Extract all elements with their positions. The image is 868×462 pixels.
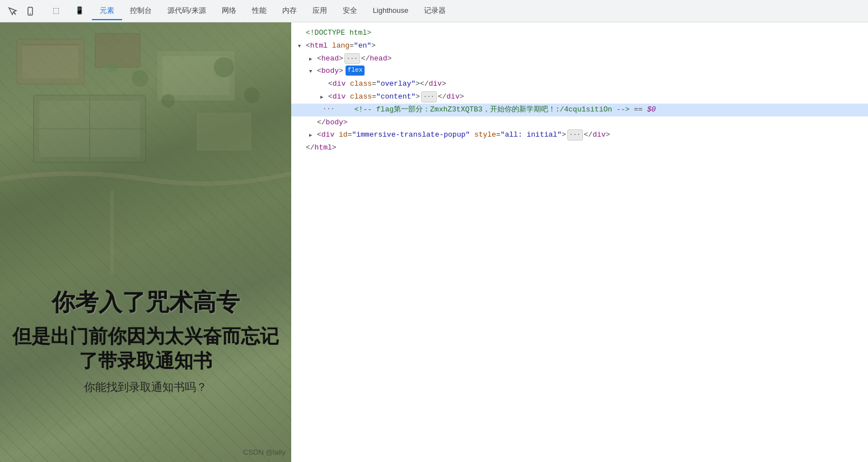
html-open-line[interactable]: <html lang="en" > <box>291 40 868 53</box>
equals-sign: == <box>629 104 647 116</box>
immersive-expand-arrow[interactable] <box>309 129 317 141</box>
svg-point-16 <box>106 62 118 73</box>
inspect-icon-btn[interactable] <box>4 3 20 19</box>
content-ellipsis[interactable]: ··· <box>421 91 437 102</box>
doctype-text: <!DOCTYPE html> <box>306 27 371 39</box>
head-ellipsis[interactable]: ··· <box>344 53 360 64</box>
tab-lighthouse[interactable]: Lighthouse <box>365 3 417 19</box>
svg-point-17 <box>214 57 234 77</box>
tab-security[interactable]: 安全 <box>335 2 365 20</box>
head-line[interactable]: <head> ··· </head> <box>291 53 868 66</box>
tab-performance[interactable]: 性能 <box>244 2 274 20</box>
comment-content: <!-- flag第一部分：ZmxhZ3tXQTB3，开始你的新学期吧！:/4c… <box>337 104 630 116</box>
devtools-icon-group <box>4 3 38 19</box>
div-content-line[interactable]: <div class="content" > ··· </div> <box>291 91 868 104</box>
page-preview: 你考入了咒术高专 但是出门前你因为太兴奋而忘记了带录取通知书 你能找到录取通知书… <box>0 22 291 462</box>
devtools-top-bar: ⬚📱元素控制台源代码/来源网络性能内存应用安全Lighthouse记录器 <box>0 0 868 22</box>
svg-point-18 <box>244 87 260 103</box>
body-expand-arrow[interactable] <box>309 66 317 77</box>
main-area: 你考入了咒术高专 但是出门前你因为太兴奋而忘记了带录取通知书 你能找到录取通知书… <box>0 22 868 462</box>
dollar-sign: $0 <box>647 104 656 116</box>
buildings-svg <box>0 22 291 274</box>
inspect-icon <box>7 6 17 16</box>
svg-point-14 <box>132 70 148 87</box>
flex-badge[interactable]: flex <box>346 66 365 76</box>
svg-rect-6 <box>95 34 140 67</box>
svg-line-0 <box>13 12 16 15</box>
question-text: 你能找到录取通知书吗？ <box>0 380 291 395</box>
tab-recorder[interactable]: 记录器 <box>416 2 454 20</box>
comment-line[interactable]: ··· <!-- flag第一部分：ZmxhZ3tXQTB3，开始你的新学期吧！… <box>291 104 868 116</box>
main-title: 你考入了咒术高专 <box>0 288 291 316</box>
tab-network[interactable]: 网络 <box>214 2 244 20</box>
more-btn[interactable]: ··· <box>320 104 337 115</box>
immersive-translate-line[interactable]: <div id="immersive-translate-popup" styl… <box>291 129 868 142</box>
head-expand-arrow[interactable] <box>309 53 317 65</box>
sub-title: 但是出门前你因为太兴奋而忘记了带录取通知书 <box>0 324 291 373</box>
body-close-line[interactable]: </body> <box>291 116 868 129</box>
tab-console[interactable]: 控制台 <box>122 2 160 20</box>
device-icon <box>25 6 35 16</box>
watermark: CSDN @lally <box>243 448 286 456</box>
tab-elements[interactable]: 元素 <box>92 2 122 20</box>
svg-rect-13 <box>196 112 252 151</box>
page-content-overlay: 你考入了咒术高专 但是出门前你因为太兴奋而忘记了带录取通知书 你能找到录取通知书… <box>0 288 291 395</box>
tab-device[interactable]: 📱 <box>67 3 92 19</box>
html-expand-arrow[interactable] <box>298 40 306 52</box>
devtools-elements-panel[interactable]: <!DOCTYPE html> <html lang="en" > <head>… <box>291 22 868 462</box>
device-icon-btn[interactable] <box>22 3 38 19</box>
tab-application[interactable]: 应用 <box>305 2 335 20</box>
tabs-container: ⬚📱元素控制台源代码/来源网络性能内存应用安全Lighthouse记录器 <box>45 2 864 20</box>
tab-sources[interactable]: 源代码/来源 <box>160 2 214 20</box>
tab-inspect[interactable]: ⬚ <box>45 3 67 19</box>
body-open-line[interactable]: <body> flex <box>291 65 868 78</box>
doctype-line[interactable]: <!DOCTYPE html> <box>291 27 868 40</box>
content-expand-arrow[interactable] <box>320 91 328 103</box>
svg-rect-4 <box>22 45 78 78</box>
html-close-line[interactable]: </html> <box>291 142 868 155</box>
immersive-ellipsis[interactable]: ··· <box>567 129 583 141</box>
tab-memory[interactable]: 内存 <box>274 2 305 20</box>
div-overlay-line[interactable]: <div class="overlay" ></div> <box>291 78 868 91</box>
svg-point-15 <box>161 94 175 108</box>
